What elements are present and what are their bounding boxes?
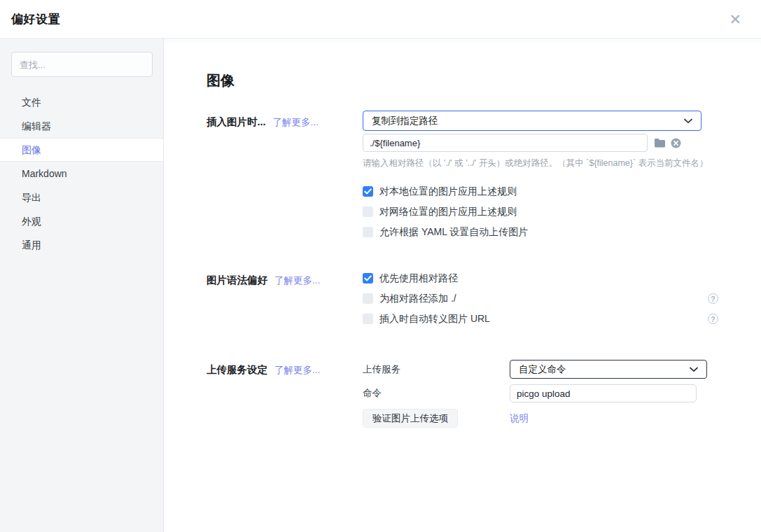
image-syntax-label: 图片语法偏好	[207, 274, 267, 286]
chevron-down-icon	[684, 118, 692, 124]
settings-sidebar: 文件 编辑器 图像 Markdown 导出 外观 通用	[0, 38, 164, 532]
insert-image-label: 插入图片时...	[207, 116, 266, 127]
section-upload-service: 上传服务设定了解更多... 上传服务 自定义命令 命令 验证图片上传选项	[207, 360, 761, 433]
page-title: 图像	[207, 71, 761, 90]
sidebar-item-image[interactable]: 图像	[0, 138, 163, 162]
validate-upload-button[interactable]: 验证图片上传选项	[363, 409, 458, 428]
checkbox-unchecked-icon	[363, 227, 373, 237]
sidebar-item-export[interactable]: 导出	[0, 186, 163, 209]
checkbox-checked-icon	[363, 273, 373, 284]
checkbox-unchecked-icon	[363, 206, 373, 217]
checkbox-apply-network-images[interactable]: 对网络位置的图片应用上述规则	[363, 206, 718, 217]
sidebar-item-markdown[interactable]: Markdown	[0, 162, 163, 186]
learn-more-link[interactable]: 了解更多...	[274, 365, 320, 375]
checkbox-unchecked-icon	[363, 314, 373, 324]
sidebar-item-editor[interactable]: 编辑器	[0, 114, 163, 138]
close-icon[interactable]: ✕	[729, 12, 741, 27]
checkbox-yaml-auto-upload[interactable]: 允许根据 YAML 设置自动上传图片	[363, 227, 718, 237]
sidebar-item-appearance[interactable]: 外观	[0, 209, 163, 233]
checkbox-checked-icon	[363, 186, 373, 197]
upload-service-label: 上传服务	[363, 363, 510, 376]
copy-destination-select[interactable]: 复制到指定路径	[363, 111, 701, 131]
folder-icon[interactable]	[654, 138, 666, 148]
help-icon[interactable]: ?	[708, 314, 718, 324]
checkbox-unchecked-icon	[363, 293, 373, 304]
help-icon[interactable]: ?	[708, 293, 718, 304]
upload-service-select[interactable]: 自定义命令	[510, 360, 707, 379]
path-hint: 请输入相对路径（以 './' 或 '../' 开头）或绝对路径。（其中 `${f…	[363, 158, 718, 169]
sidebar-nav: 文件 编辑器 图像 Markdown 导出 外观 通用	[0, 90, 163, 257]
checkbox-escape-image-url[interactable]: 插入时自动转义图片 URL ?	[363, 314, 718, 324]
sidebar-item-general[interactable]: 通用	[0, 233, 163, 257]
section-image-syntax: 图片语法偏好了解更多... 优先使用相对路径 为相对路径添加 ./ ?	[207, 273, 761, 324]
command-label: 命令	[363, 387, 510, 400]
command-input[interactable]	[510, 384, 697, 402]
dialog-title: 偏好设置	[11, 11, 60, 27]
sidebar-item-files[interactable]: 文件	[0, 90, 163, 114]
checkbox-apply-local-images[interactable]: 对本地位置的图片应用上述规则	[363, 186, 718, 197]
upload-service-section-label: 上传服务设定	[207, 364, 267, 375]
search-input[interactable]	[11, 52, 153, 77]
learn-more-link[interactable]: 了解更多...	[274, 275, 320, 286]
learn-more-link[interactable]: 了解更多...	[273, 117, 319, 127]
image-path-input[interactable]	[363, 134, 648, 152]
clear-icon[interactable]	[671, 138, 681, 148]
dialog-header: 偏好设置 ✕	[0, 0, 761, 38]
checkbox-add-dot-slash[interactable]: 为相对路径添加 ./ ?	[363, 293, 718, 304]
checkbox-prefer-relative-path[interactable]: 优先使用相对路径	[363, 273, 718, 284]
docs-link[interactable]: 说明	[510, 412, 529, 425]
section-insert-image: 插入图片时...了解更多... 复制到指定路径 请输入相对路径（以 './' 或	[207, 111, 761, 237]
chevron-down-icon	[690, 367, 698, 372]
image-settings-panel: 图像 插入图片时...了解更多... 复制到指定路径	[164, 38, 761, 532]
